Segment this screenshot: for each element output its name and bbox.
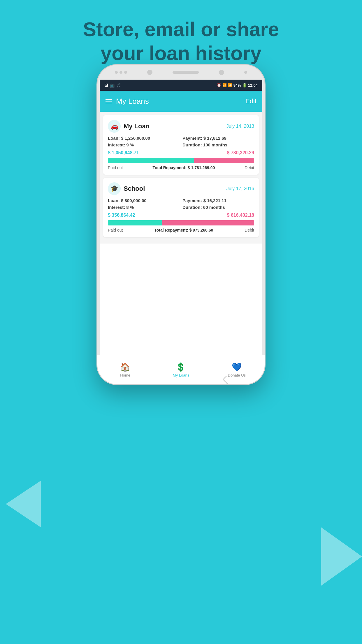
footer-total-0: Total Repayment: $ 1,781,269.00 [152, 165, 215, 170]
progress-paid-0 [108, 158, 194, 163]
progress-bar-0 [108, 158, 254, 163]
status-bar: 🖼 📺 🎵 ⏰ 📶 📶 84% 🔋 12:04 [100, 80, 262, 91]
phone-camera [147, 70, 152, 75]
loan-details-0: Loan: $ 1,250,000.00 Payment: $ 17,812.6… [108, 136, 254, 147]
loan-header-0: 🚗 My Loan July 14, 2013 [108, 120, 254, 133]
loan-interest-1: Interest: 8 % [108, 205, 180, 210]
header-title: My Loans [116, 97, 149, 106]
status-icon-music: 🎵 [116, 83, 121, 88]
status-right: ⏰ 📶 📶 84% 🔋 12:04 [217, 83, 258, 88]
status-time: 12:04 [248, 83, 258, 88]
donate-icon: 💙 [232, 362, 242, 372]
status-battery-pct: 84% [233, 83, 241, 88]
loan-title-area-0: 🚗 My Loan [108, 120, 150, 133]
loan-footer-0: Paid out Total Repayment: $ 1,781,269.00… [108, 165, 254, 170]
myloans-icon: 💲 [176, 362, 186, 372]
nav-item-myloans[interactable]: 💲 My Loans [153, 355, 209, 371]
status-alarm: ⏰ [217, 83, 221, 87]
footer-debit-1: Debit [245, 228, 254, 232]
nav-item-home[interactable]: 🏠 Home [100, 355, 153, 371]
status-signal: 📶 [228, 83, 232, 87]
nav-item-donate[interactable]: 💙 Donate Us [209, 355, 262, 371]
app-header: My Loans Edit [100, 91, 262, 112]
loan-details-1: Loan: $ 800,000.00 Payment: $ 16,221.11 … [108, 198, 254, 210]
status-left-icons: 🖼 📺 🎵 [104, 83, 121, 88]
bottom-nav: 🏠 Home 💲 My Loans 💙 Donate Us [100, 355, 262, 371]
decorative-triangle-left [6, 481, 41, 527]
loan-interest-0: Interest: 9 % [108, 142, 180, 147]
loan-header-1: 🎓 School July 17, 2016 [108, 182, 254, 195]
phone-dot [124, 71, 127, 74]
phone-dots [115, 71, 127, 74]
loan-card-1[interactable]: 🎓 School July 17, 2016 Loan: $ 800,000.0… [103, 178, 259, 237]
amount-remaining-1: $ 616,402.18 [227, 213, 254, 218]
decorative-triangle-right [321, 527, 362, 586]
amount-remaining-0: $ 730,320.29 [227, 150, 254, 155]
edit-button[interactable]: Edit [245, 97, 256, 105]
loan-card-0[interactable]: 🚗 My Loan July 14, 2013 Loan: $ 1,250,00… [103, 115, 259, 175]
progress-remaining-0 [194, 158, 254, 163]
page-title: Store, email or share your loan history [0, 18, 362, 65]
footer-paid-label-0: Paid out [108, 165, 123, 170]
status-icon-media: 📺 [110, 83, 115, 88]
phone-screen: 🖼 📺 🎵 ⏰ 📶 📶 84% 🔋 12:04 My Loans Edi [100, 80, 262, 371]
loan-list: 🚗 My Loan July 14, 2013 Loan: $ 1,250,00… [100, 112, 262, 244]
footer-paid-label-1: Paid out [108, 228, 123, 232]
progress-remaining-1 [162, 220, 254, 225]
status-wifi: 📶 [222, 83, 227, 87]
progress-bar-1 [108, 220, 254, 225]
amount-paid-0: $ 1,050,948.71 [108, 150, 139, 155]
loan-amount-0: Loan: $ 1,250,000.00 [108, 136, 180, 141]
phone-speaker-right [219, 70, 224, 75]
loan-title-area-1: 🎓 School [108, 182, 145, 195]
status-battery-icon: 🔋 [242, 83, 247, 88]
loan-date-0: July 14, 2013 [226, 124, 254, 129]
footer-debit-0: Debit [245, 165, 254, 170]
loan-amounts-1: $ 356,864.42 $ 616,402.18 [108, 213, 254, 218]
loan-amount-1: Loan: $ 800,000.00 [108, 198, 180, 203]
phone-speaker [173, 71, 199, 74]
home-icon: 🏠 [120, 362, 130, 372]
loan-name-1: School [124, 185, 145, 192]
loan-icon-1: 🎓 [108, 182, 121, 195]
status-icon-image: 🖼 [104, 83, 108, 88]
phone-dots-right [244, 71, 247, 74]
loan-footer-1: Paid out Total Repayment: $ 973,266.60 D… [108, 228, 254, 232]
header-left: My Loans [106, 97, 149, 106]
phone-mockup: 🖼 📺 🎵 ⏰ 📶 📶 84% 🔋 12:04 My Loans Edi [96, 64, 266, 385]
loan-payment-1: Payment: $ 16,221.11 [182, 198, 254, 203]
footer-total-1: Total Repayment: $ 973,266.60 [154, 228, 213, 232]
phone-top-bar [97, 65, 265, 80]
loan-duration-0: Duration: 100 months [182, 142, 254, 147]
hamburger-menu[interactable] [106, 99, 112, 103]
phone-dot [120, 71, 122, 74]
loan-amounts-0: $ 1,050,948.71 $ 730,320.29 [108, 150, 254, 155]
progress-paid-1 [108, 220, 162, 225]
loan-duration-1: Duration: 60 months [182, 205, 254, 210]
amount-paid-1: $ 356,864.42 [108, 213, 135, 218]
loan-icon-0: 🚗 [108, 120, 121, 133]
loan-name-0: My Loan [124, 123, 150, 130]
loan-payment-0: Payment: $ 17,812.69 [182, 136, 254, 141]
phone-dot [244, 71, 247, 74]
phone-dot [115, 71, 118, 74]
loan-date-1: July 17, 2016 [226, 186, 254, 191]
